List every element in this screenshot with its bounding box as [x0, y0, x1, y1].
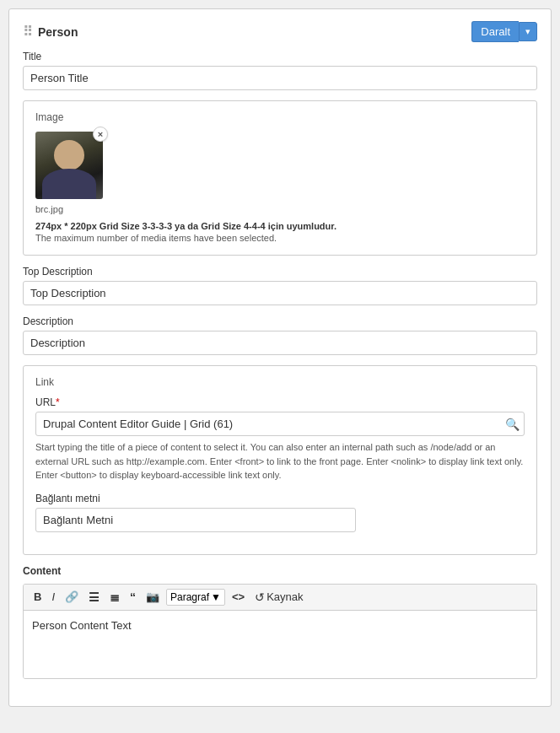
- image-section-label: Image: [35, 111, 525, 123]
- content-label: Content: [23, 565, 537, 577]
- person-widget: ⠿ Person Daralt ▾ Title Image × brc.jpg …: [8, 8, 552, 707]
- content-toolbar: B I 🔗 ☰ ≣ “ 📷 Paragraf ▼ <> ↺ Kaynak: [24, 585, 536, 611]
- url-label: URL*: [35, 396, 525, 408]
- url-input-wrapper: 🔍: [35, 412, 525, 436]
- italic-button[interactable]: I: [48, 589, 58, 605]
- widget-title: Person: [38, 25, 78, 39]
- link-text-input[interactable]: [35, 508, 356, 532]
- url-help-text: Start typing the title of a piece of con…: [35, 440, 525, 482]
- url-required-marker: *: [56, 396, 60, 408]
- source-icon: ↺: [255, 590, 265, 604]
- top-description-section: Top Description: [23, 266, 537, 305]
- person-face-placeholder: [35, 132, 103, 199]
- link-button[interactable]: 🔗: [62, 589, 82, 605]
- image-wrapper: ×: [35, 132, 103, 199]
- drag-handle-icon[interactable]: ⠿: [23, 24, 33, 40]
- bold-button[interactable]: B: [30, 589, 45, 605]
- header-button-group: Daralt ▾: [471, 21, 537, 42]
- description-section: Description: [23, 315, 537, 355]
- quote-button[interactable]: “: [127, 589, 139, 606]
- remove-image-button[interactable]: ×: [93, 127, 108, 142]
- widget-header: ⠿ Person Daralt ▾: [23, 21, 537, 42]
- collapse-button[interactable]: Daralt: [471, 21, 519, 42]
- widget-title-group: ⠿ Person: [23, 24, 78, 40]
- source-label: Kaynak: [267, 590, 303, 603]
- url-input[interactable]: [35, 412, 525, 436]
- paragraph-select[interactable]: Paragraf ▼: [166, 589, 225, 606]
- link-section-label: Link: [35, 376, 525, 388]
- content-body[interactable]: Person Content Text: [24, 611, 536, 678]
- title-field-section: Title: [23, 51, 537, 90]
- url-field-section: URL* 🔍 Start typing the title of a piece…: [35, 396, 525, 482]
- image-button[interactable]: 📷: [143, 589, 163, 605]
- image-dimensions: 274px * 220px Grid Size 3-3-3-3 ya da Gr…: [35, 221, 337, 231]
- url-search-button[interactable]: 🔍: [505, 418, 520, 431]
- link-text-label: Bağlantı metni: [35, 493, 525, 504]
- image-thumbnail: [35, 132, 103, 199]
- top-description-label: Top Description: [23, 266, 537, 278]
- title-label: Title: [23, 51, 537, 62]
- code-button[interactable]: <>: [229, 589, 248, 605]
- link-text-section: Bağlantı metni: [35, 493, 525, 532]
- collapse-dropdown-button[interactable]: ▾: [519, 22, 537, 41]
- top-description-input[interactable]: [23, 281, 537, 305]
- list-ol-button[interactable]: ≣: [106, 589, 123, 606]
- paragraph-chevron: ▼: [211, 591, 221, 603]
- paragraph-label: Paragraf: [170, 591, 209, 603]
- source-button[interactable]: ↺ Kaynak: [251, 589, 306, 606]
- link-section: Link URL* 🔍 Start typing the title of a …: [23, 365, 537, 555]
- content-editor-box: B I 🔗 ☰ ≣ “ 📷 Paragraf ▼ <> ↺ Kaynak Per…: [23, 584, 537, 679]
- content-section: Content B I 🔗 ☰ ≣ “ 📷 Paragraf ▼ <> ↺ Ka…: [23, 565, 537, 679]
- description-input[interactable]: [23, 331, 537, 355]
- image-max-note: The maximum number of media items have b…: [35, 233, 525, 243]
- image-filename: brc.jpg: [35, 204, 525, 214]
- image-section: Image × brc.jpg 274px * 220px Grid Size …: [23, 100, 537, 256]
- description-label: Description: [23, 315, 537, 327]
- image-info: 274px * 220px Grid Size 3-3-3-3 ya da Gr…: [35, 221, 525, 243]
- list-ul-button[interactable]: ☰: [85, 589, 103, 606]
- title-input[interactable]: [23, 66, 537, 90]
